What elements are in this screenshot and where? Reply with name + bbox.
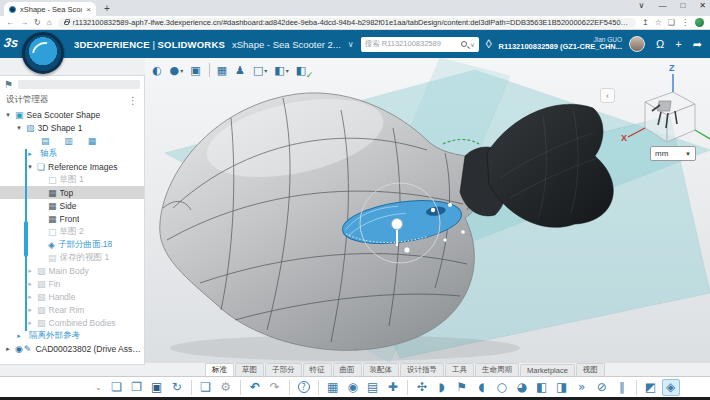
loop-icon[interactable]: ○ <box>493 379 511 396</box>
flag-plane-icon[interactable]: ⚑ <box>453 379 471 396</box>
tag-icon[interactable] <box>486 38 492 50</box>
ribbon-tab[interactable]: 草图 <box>235 363 264 376</box>
panel-collapse-button[interactable]: ‹ <box>600 88 615 103</box>
tree-item[interactable]: Rear Rim <box>0 303 144 316</box>
parallel-planes-icon[interactable]: ∥ <box>613 379 631 396</box>
tree-expand-icon[interactable] <box>26 319 34 327</box>
tree-expand-icon[interactable] <box>26 163 34 171</box>
tree-item[interactable]: 草图 1 <box>0 173 144 186</box>
validate-view-icon[interactable]: ◧ <box>296 64 307 77</box>
curve-sheet-icon[interactable]: ◖ <box>473 379 491 396</box>
fill-surface-icon[interactable]: ◕ <box>513 379 531 396</box>
tree-item[interactable]: Handle <box>0 290 144 303</box>
trim-box-icon[interactable]: ◨ <box>553 379 571 396</box>
browser-tab[interactable]: xShape - Sea Scooter 2023 × <box>4 2 96 16</box>
paste-special-icon[interactable]: ❑ <box>197 379 215 396</box>
tree-item[interactable]: Main Body <box>0 264 144 277</box>
help-icon[interactable]: ? <box>295 379 313 396</box>
flag-icon[interactable] <box>4 79 13 90</box>
add-icon[interactable] <box>675 39 681 50</box>
undo-icon[interactable]: ↶ <box>246 379 264 396</box>
ribbon-tab[interactable]: 生命周期 <box>475 363 519 376</box>
close-icon[interactable]: ✕ <box>699 1 706 10</box>
bookmark-star-icon[interactable]: ☆ <box>655 18 662 27</box>
open-icon[interactable]: ❐ <box>128 379 146 396</box>
ribbon-tab[interactable]: 标准 <box>205 363 234 376</box>
units-dropdown[interactable]: mm <box>650 146 696 161</box>
pivot-icon[interactable]: ✣ <box>413 379 431 396</box>
save-icon[interactable]: ▣ <box>148 379 166 396</box>
actionbar-collapse-icon[interactable] <box>95 383 102 392</box>
ribbon-tab[interactable]: 装配体 <box>363 363 400 376</box>
tree-expand-icon[interactable] <box>15 124 23 132</box>
settings-gear-icon[interactable]: ⚙ <box>217 379 235 396</box>
prism-icon[interactable]: ◩ <box>642 379 660 396</box>
ribbon-tab[interactable]: 特征 <box>303 363 332 376</box>
address-bar[interactable]: r1132100832589-aph7-ifwe.3dexperience.cn… <box>58 18 636 28</box>
tree-branch-handle[interactable] <box>24 221 28 257</box>
selection-box-icon[interactable]: □▾ <box>253 64 267 77</box>
window-menu-icon[interactable]: ∨ <box>639 1 645 10</box>
browser-profile-avatar[interactable] <box>695 18 704 27</box>
home-icon[interactable]: ⌂ <box>47 18 52 27</box>
toolbar-separator[interactable] <box>318 380 319 395</box>
tree-item[interactable]: Fin <box>0 277 144 290</box>
sidebar-icon[interactable]: ❏ <box>668 18 675 27</box>
shade-box-icon[interactable]: ◧ <box>533 379 551 396</box>
search-icon[interactable] <box>461 41 467 47</box>
toolbar-separator[interactable] <box>407 380 408 395</box>
tree-item[interactable]: Reference Images <box>0 160 144 173</box>
ribbon-tab[interactable]: Marketplace <box>520 364 575 376</box>
move-icon[interactable]: ✚ <box>384 379 402 396</box>
render-style-icon[interactable]: ●▾ <box>170 64 184 77</box>
new-tab-button[interactable]: + <box>104 3 110 16</box>
tree-expand-icon[interactable] <box>4 345 12 353</box>
toolbar-separator[interactable] <box>289 380 290 395</box>
user-avatar[interactable] <box>629 36 645 52</box>
tree-expand-icon[interactable] <box>26 293 34 301</box>
tree-expand-icon[interactable] <box>26 306 34 314</box>
forward-icon[interactable]: → <box>20 18 28 27</box>
ribbon-tab[interactable]: 工具 <box>445 363 474 376</box>
tree-item[interactable]: Sea Scooter Shape <box>0 108 144 121</box>
tree-item[interactable]: 草图 2 <box>0 225 144 238</box>
tree-item[interactable]: Front <box>0 212 144 225</box>
browser-menu-icon[interactable]: ⋮ <box>681 18 689 27</box>
tree-expand-icon[interactable] <box>26 150 34 158</box>
tree-expand-icon[interactable] <box>15 332 23 340</box>
tree-expand-icon[interactable] <box>4 111 12 119</box>
loft-icon[interactable]: ◗ <box>433 379 451 396</box>
tree-item[interactable]: 轴系 <box>0 147 144 160</box>
ribbon-tab[interactable]: 曲面 <box>333 363 362 376</box>
split-circle-icon[interactable]: ⊘ <box>593 379 611 396</box>
sphere-box-icon[interactable]: ◉ <box>344 379 362 396</box>
minimize-icon[interactable]: — <box>658 1 666 10</box>
new-shape-icon[interactable]: ❏ <box>108 379 126 396</box>
image-plane-icon[interactable]: ▦ <box>217 64 228 77</box>
tree-item[interactable]: 隔离外部参考 <box>0 329 144 342</box>
toolbar-separator[interactable] <box>240 380 241 395</box>
compass-app-icon[interactable] <box>22 32 64 74</box>
sync-icon[interactable]: ↻ <box>168 379 186 396</box>
subdivision-primitive-icon[interactable]: ◈ <box>662 379 680 396</box>
search-scope-chevron-icon[interactable] <box>470 41 474 48</box>
platform-search-input[interactable]: 搜索 R1132100832589 <box>361 37 479 52</box>
share-arrow-icon[interactable] <box>693 39 702 50</box>
tree-expand-icon[interactable] <box>26 280 34 288</box>
toolbar-separator[interactable] <box>636 380 637 395</box>
redo-icon[interactable]: ↷ <box>266 379 284 396</box>
net-surface-icon[interactable]: ▤ <box>364 379 382 396</box>
tree-item[interactable]: Combined Bodies <box>0 316 144 329</box>
viewport-3d[interactable]: X Y Z ‹ mm <box>145 58 710 363</box>
control-point-main[interactable] <box>392 219 403 230</box>
ribbon-tab[interactable]: 子部分 <box>265 363 302 376</box>
reload-icon[interactable]: ↻ <box>34 18 41 27</box>
tree-item[interactable]: Top <box>0 186 144 199</box>
share-icon[interactable]: ↥ <box>642 18 649 27</box>
tree-item[interactable]: CAD00023802 (Drive Assembl... <box>0 342 144 355</box>
view-mode-icon[interactable]: ◧▾ <box>274 64 288 77</box>
tree-item[interactable]: 3D Shape 1 <box>0 121 144 134</box>
tree-item[interactable] <box>0 134 144 147</box>
ribbon-tab[interactable]: 设计指导 <box>400 363 444 376</box>
reference-grid-icon[interactable]: ▦ <box>324 379 342 396</box>
